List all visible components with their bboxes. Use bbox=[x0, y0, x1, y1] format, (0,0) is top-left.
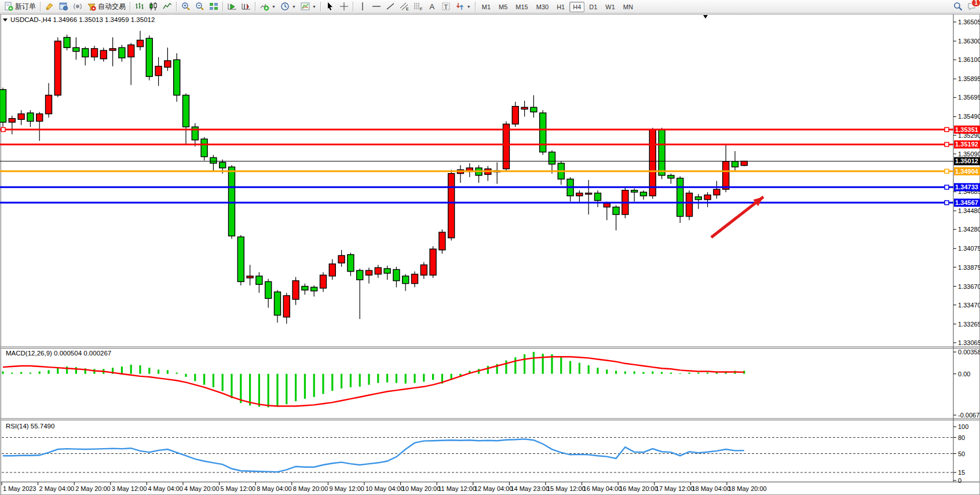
new-order-button[interactable]: 新订单 bbox=[2, 0, 38, 13]
crosshair-tool-button[interactable] bbox=[337, 0, 351, 13]
timeframe-button-M15[interactable]: M15 bbox=[512, 2, 531, 12]
toolbar-separator bbox=[255, 2, 256, 12]
timeframe-button-W1[interactable]: W1 bbox=[602, 2, 619, 12]
line-handle[interactable] bbox=[945, 142, 949, 146]
timeframe-button-H4[interactable]: H4 bbox=[569, 2, 584, 12]
candle-body bbox=[311, 287, 317, 291]
search-icon[interactable] bbox=[953, 2, 963, 11]
candle-body bbox=[36, 114, 43, 122]
chart-shift-button[interactable] bbox=[239, 0, 253, 13]
fibonacci-tool-button[interactable]: F bbox=[411, 0, 425, 13]
notifications-icon[interactable]: 1 bbox=[967, 2, 977, 11]
trendline-icon bbox=[386, 2, 395, 11]
candle-body bbox=[92, 49, 98, 57]
candle-body bbox=[668, 175, 674, 178]
toolbar-separator bbox=[353, 2, 354, 12]
candle-body bbox=[146, 38, 152, 76]
line-handle[interactable] bbox=[945, 127, 949, 131]
equidistant-channel-icon: E bbox=[400, 2, 409, 11]
line-handle[interactable] bbox=[945, 169, 949, 173]
candle-body bbox=[73, 47, 79, 51]
price-tick-label: 1.33265 bbox=[958, 321, 980, 328]
macd-tick-label: 0.003581 bbox=[958, 349, 980, 355]
autotrade-button[interactable]: 自动交易 bbox=[85, 0, 128, 13]
chart-style-button[interactable] bbox=[43, 0, 57, 13]
cursor-tool-button[interactable] bbox=[323, 0, 337, 13]
templates-button[interactable]: ▼ bbox=[298, 0, 319, 13]
time-tick-label: 15 May 12:00 bbox=[547, 485, 586, 492]
time-tick-label: 1 May 2023 bbox=[3, 485, 36, 492]
indicators-icon bbox=[260, 2, 269, 11]
candle-body bbox=[677, 178, 683, 217]
timeframe-button-H1[interactable]: H1 bbox=[553, 2, 568, 12]
rsi-tick-label: 80 bbox=[958, 434, 965, 441]
candle-body bbox=[18, 114, 24, 120]
time-tick-label: 8 May 04:00 bbox=[257, 485, 292, 492]
chart-window[interactable]: 1.365051.363001.361001.358951.356951.354… bbox=[0, 14, 980, 495]
line-handle[interactable] bbox=[1, 127, 5, 131]
timeframe-button-MN[interactable]: MN bbox=[620, 2, 637, 12]
price-tick-label: 1.35090 bbox=[958, 151, 980, 157]
market-watch-button[interactable] bbox=[57, 0, 71, 13]
tile-windows-button[interactable] bbox=[207, 0, 221, 13]
svg-text:A: A bbox=[429, 2, 434, 11]
new-order-label: 新订单 bbox=[15, 2, 36, 12]
candle-body bbox=[210, 157, 217, 163]
candle-body bbox=[604, 203, 610, 207]
candle-body bbox=[283, 296, 290, 317]
line-handle[interactable] bbox=[945, 201, 949, 205]
candle-body bbox=[695, 197, 701, 200]
chart-shift-icon bbox=[242, 2, 251, 11]
time-tick-label: 16 May 04:00 bbox=[583, 485, 622, 492]
text-label-tool-button[interactable]: T bbox=[439, 0, 453, 13]
time-tick-label: 18 May 20:00 bbox=[728, 485, 767, 492]
zoom-out-icon bbox=[195, 2, 204, 11]
price-tick-label: 1.34480 bbox=[958, 207, 980, 214]
time-tick-label: 12 May 04:00 bbox=[474, 485, 513, 492]
candle-body bbox=[512, 107, 518, 124]
news-button[interactable] bbox=[71, 0, 85, 13]
price-tick-label: 1.35695 bbox=[958, 94, 980, 101]
time-tick-label: 10 May 04:00 bbox=[365, 485, 404, 492]
candle-body bbox=[0, 90, 6, 122]
candle-body bbox=[641, 192, 647, 196]
candle-body bbox=[27, 113, 34, 121]
auto-scroll-button[interactable] bbox=[225, 0, 239, 13]
line-chart-mode-button[interactable] bbox=[160, 0, 174, 13]
price-tick-label: 1.33470 bbox=[958, 302, 980, 309]
timeframe-button-D1[interactable]: D1 bbox=[586, 2, 601, 12]
horizontal-line-tool-button[interactable] bbox=[370, 0, 383, 13]
timeframe-button-M1[interactable]: M1 bbox=[478, 2, 494, 12]
line-handle[interactable] bbox=[945, 185, 949, 189]
horizontal-line-icon bbox=[372, 2, 381, 11]
timeframe-button-M30[interactable]: M30 bbox=[533, 2, 552, 12]
trendline-tool-button[interactable] bbox=[383, 0, 397, 13]
candle-body bbox=[549, 152, 555, 164]
zoom-in-button[interactable] bbox=[179, 0, 193, 13]
channel-tool-button[interactable]: E bbox=[397, 0, 411, 13]
usdcad-h4-chart[interactable]: 1.365051.363001.361001.358951.356951.354… bbox=[0, 14, 980, 495]
clock-icon bbox=[280, 2, 290, 11]
text-tool-button[interactable]: A bbox=[425, 0, 439, 13]
candle-body bbox=[275, 292, 281, 315]
candle-body bbox=[686, 193, 693, 216]
candle-body bbox=[439, 232, 445, 250]
candle-body bbox=[384, 269, 390, 273]
candle-body bbox=[357, 270, 363, 280]
indicators-button[interactable]: ▼ bbox=[258, 0, 278, 13]
timeframe-button-M5[interactable]: M5 bbox=[495, 2, 511, 12]
timeframe-group: M1M5M15M30H1H4D1W1MN bbox=[478, 1, 637, 12]
svg-text:1.34904: 1.34904 bbox=[955, 168, 979, 175]
candle-body bbox=[229, 167, 235, 236]
vertical-line-tool-button[interactable] bbox=[356, 0, 370, 13]
dropdown-caret: ▼ bbox=[292, 5, 296, 9]
candle-body bbox=[595, 193, 601, 200]
candlestick-mode-button[interactable] bbox=[147, 0, 160, 13]
candle-body bbox=[64, 38, 70, 48]
candle-body bbox=[164, 61, 171, 67]
zoom-out-button[interactable] bbox=[193, 0, 207, 13]
periods-button[interactable]: ▼ bbox=[278, 0, 298, 13]
bar-chart-icon bbox=[135, 2, 144, 11]
bar-chart-mode-button[interactable] bbox=[133, 0, 147, 13]
arrows-tool-button[interactable]: ▼ bbox=[453, 0, 473, 13]
